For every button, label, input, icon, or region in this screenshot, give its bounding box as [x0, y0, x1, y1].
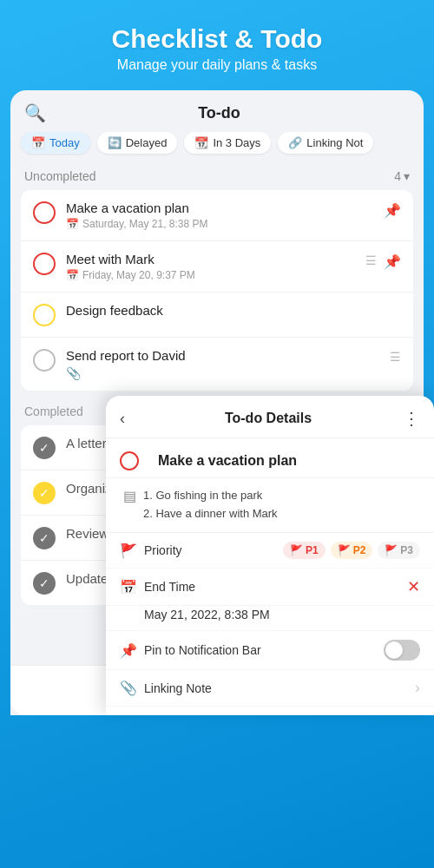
tab-linking-label: Linking Not	[306, 136, 363, 149]
task-title: Meet with Mark	[66, 252, 358, 266]
tab-today-label: Today	[49, 136, 80, 149]
tab-delayed-label: Delayed	[126, 136, 168, 149]
task-content: Meet with Mark 📅 Friday, May 20, 9:37 PM	[66, 252, 358, 281]
table-row[interactable]: Design feedback	[21, 293, 413, 338]
priority-chips: 🚩 P1 🚩 P2 🚩 P3	[283, 542, 420, 559]
tab-today-icon: 📅	[31, 136, 45, 149]
close-icon[interactable]: ✕	[407, 577, 420, 596]
sort-icon: ☰	[390, 350, 401, 364]
check-icon: ✓	[39, 531, 49, 545]
task-date: 📅 Friday, May 20, 9:37 PM	[66, 269, 358, 281]
check-icon: ✓	[39, 486, 49, 500]
detail-linking-row[interactable]: 📎 Linking Note ›	[106, 670, 434, 707]
task-title: Design feedback	[66, 303, 401, 318]
page-title: To-do	[53, 104, 385, 122]
task-circle: ✓	[33, 527, 56, 549]
search-title-row: 🔍 To-do	[10, 102, 424, 132]
attachment-icon: 📎	[66, 366, 383, 380]
app-title: Checklist & Todo	[17, 24, 417, 54]
task-circle: ✓	[33, 437, 56, 459]
tab-today[interactable]: 📅 Today	[21, 132, 90, 154]
chevron-right-icon: ›	[415, 679, 420, 697]
filter-tabs: 📅 Today 🔄 Delayed 📆 In 3 Days 🔗 Linking …	[10, 132, 424, 164]
check-icon: ✓	[39, 441, 49, 455]
task-circle	[33, 349, 56, 372]
flag-icon: 🚩	[290, 544, 303, 556]
flag-icon: 🚩	[338, 544, 351, 556]
task-title: Make a vacation plan	[66, 201, 377, 215]
detail-subtasks: ▤ 1. Go fishing in the park 2. Have a di…	[106, 478, 434, 533]
detail-task-row[interactable]: Make a vacation plan	[106, 438, 434, 478]
detail-pin-row: 📌 Pin to Notification Bar	[106, 631, 434, 670]
uncompleted-header: Uncompleted 4 ▾	[10, 164, 424, 190]
task-date: 📅 Saturday, May 21, 8:38 PM	[66, 218, 377, 230]
back-button[interactable]: ‹	[120, 410, 125, 428]
detail-endtime-row: 📅 End Time ✕	[106, 569, 434, 606]
table-row[interactable]: Send report to David 📎 ☰	[21, 338, 413, 391]
main-card: 🔍 To-do 📅 Today 🔄 Delayed 📆 In 3 Days 🔗 …	[10, 90, 424, 715]
pin-label: Pin to Notification Bar	[144, 643, 384, 657]
search-icon[interactable]: 🔍	[24, 102, 46, 123]
calendar-icon: 📅	[66, 269, 79, 281]
detail-title: To-do Details	[134, 411, 403, 426]
linking-icon: 📎	[120, 680, 144, 696]
tab-3days[interactable]: 📆 In 3 Days	[184, 132, 271, 154]
subtask-list-icon: ▤	[123, 488, 136, 523]
uncompleted-count: 4 ▾	[394, 169, 410, 183]
detail-priority-row: 🚩 Priority 🚩 P1 🚩 P2 🚩 P3	[106, 533, 434, 569]
priority-p3[interactable]: 🚩 P3	[378, 542, 420, 559]
detail-panel: ‹ To-do Details ⋮ Make a vacation plan ▤…	[106, 396, 434, 715]
task-circle	[33, 304, 56, 326]
task-content: Design feedback	[66, 303, 401, 318]
endtime-label: End Time	[144, 580, 407, 594]
uncompleted-list: Make a vacation plan 📅 Saturday, May 21,…	[21, 190, 413, 391]
task-content: Send report to David 📎	[66, 348, 383, 380]
task-content: Make a vacation plan 📅 Saturday, May 21,…	[66, 201, 377, 230]
pin-toggle[interactable]	[384, 640, 420, 661]
detail-task-name: Make a vacation plan	[158, 453, 297, 469]
priority-label: Priority	[144, 543, 283, 557]
task-circle	[33, 253, 56, 275]
tab-3days-icon: 📆	[194, 136, 208, 149]
sort-icon: ☰	[365, 253, 377, 267]
task-title: Send report to David	[66, 348, 383, 363]
task-circle	[33, 201, 56, 224]
detail-task-circle	[120, 451, 139, 470]
tab-delayed[interactable]: 🔄 Delayed	[97, 132, 178, 154]
calendar-icon: 📅	[66, 218, 79, 230]
priority-icon: 🚩	[120, 542, 144, 559]
task-circle: ✓	[33, 572, 56, 595]
tab-linking[interactable]: 🔗 Linking Not	[278, 132, 373, 154]
check-icon: ✓	[39, 576, 49, 590]
table-row[interactable]: Meet with Mark 📅 Friday, May 20, 9:37 PM…	[21, 241, 413, 293]
detail-header: ‹ To-do Details ⋮	[106, 396, 434, 438]
subtask-lines: 1. Go fishing in the park 2. Have a dinn…	[143, 487, 420, 523]
endtime-value: May 21, 2022, 8:38 PM	[106, 606, 434, 631]
pin-icon: 📌	[384, 202, 401, 219]
flag-icon: 🚩	[385, 544, 398, 556]
chevron-down-icon: ▾	[404, 169, 410, 183]
tab-3days-label: In 3 Days	[213, 136, 260, 149]
completed-label: Completed	[24, 404, 83, 418]
priority-p2[interactable]: 🚩 P2	[331, 542, 373, 559]
linking-label: Linking Note	[144, 681, 415, 695]
more-options-icon[interactable]: ⋮	[403, 408, 420, 429]
uncompleted-label: Uncompleted	[24, 169, 96, 183]
subtask-item: 2. Have a dinner with Mark	[143, 505, 420, 523]
pin-bar-icon: 📌	[120, 642, 144, 659]
tab-linking-icon: 🔗	[288, 136, 302, 149]
calendar-icon: 📅	[120, 579, 144, 595]
table-row[interactable]: Make a vacation plan 📅 Saturday, May 21,…	[21, 190, 413, 241]
pin-icon: 📌	[384, 253, 401, 270]
tab-delayed-icon: 🔄	[108, 136, 122, 149]
subtask-item: 1. Go fishing in the park	[143, 487, 420, 505]
task-circle: ✓	[33, 482, 56, 504]
app-subtitle: Manage your daily plans & tasks	[17, 57, 417, 73]
priority-p1[interactable]: 🚩 P1	[283, 542, 326, 559]
app-header: Checklist & Todo Manage your daily plans…	[0, 0, 434, 90]
